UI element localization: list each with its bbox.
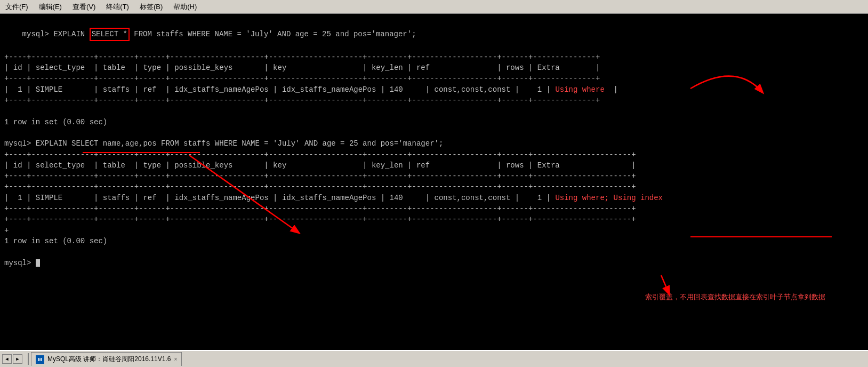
taskbar-divider — [28, 353, 29, 365]
select-star-highlight: SELECT * — [90, 28, 130, 41]
taskbar: ◄ ► M MySQL高级 讲师：肖硅谷周阳2016.11V1.6 × — [0, 350, 868, 367]
nav-forward[interactable]: ► — [13, 354, 22, 364]
sep5b: +----+--------------+--------+------+---… — [4, 181, 864, 192]
sep2: +----+--------------+--------+------+---… — [4, 73, 864, 84]
query1-line: mysql> EXPLAIN SELECT * FROM staffs WHER… — [4, 17, 864, 52]
sep6: +----+--------------+--------+------+---… — [4, 203, 864, 214]
menu-help[interactable]: 帮助(H) — [170, 1, 200, 13]
sep3: +----+--------------+--------+------+---… — [4, 95, 864, 106]
tab-close[interactable]: × — [174, 356, 177, 362]
menu-file[interactable]: 文件(F) — [2, 1, 31, 13]
menu-edit[interactable]: 编辑(E) — [36, 1, 65, 13]
prompt1: mysql> EXPLAIN — [22, 30, 90, 38]
taskbar-nav: ◄ ► — [2, 354, 22, 364]
menu-tag[interactable]: 标签(B) — [136, 1, 166, 13]
table-row2: | 1 | SIMPLE | staffs | ref | idx_staffs… — [4, 193, 864, 203]
sep7: +----+--------------+--------+------+---… — [4, 214, 864, 225]
menubar: 文件(F) 编辑(E) 查看(V) 终端(T) 标签(B) 帮助(H) — [0, 0, 868, 14]
rowcount2: 1 row in set (0.00 sec) — [4, 236, 864, 246]
nav-back[interactable]: ◄ — [2, 354, 12, 364]
sep5: +----+--------------+--------+------+---… — [4, 171, 864, 181]
annotation-text: 索引覆盖，不用回表查找数据直接在索引叶子节点拿到数据 — [645, 292, 825, 302]
terminal: mysql> EXPLAIN SELECT * FROM staffs WHER… — [0, 14, 868, 350]
query1-rest: FROM staffs WHERE NAME = 'July' AND age … — [130, 30, 416, 38]
using-where-1: Using where — [555, 85, 604, 94]
taskbar-tab[interactable]: M MySQL高级 讲师：肖硅谷周阳2016.11V1.6 × — [31, 352, 182, 366]
menu-terminal[interactable]: 终端(T) — [103, 1, 132, 13]
query2-line: mysql> EXPLAIN SELECT name,age,pos FROM … — [4, 138, 864, 149]
rowcount1-text: 1 row in set (0.00 sec) — [4, 117, 864, 127]
blank3 — [4, 246, 864, 257]
sep1: +----+--------------+--------+------+---… — [4, 52, 864, 62]
using-where-index: Using where; Using index — [555, 194, 663, 202]
final-prompt: mysql> — [4, 258, 864, 268]
rowcount1 — [4, 106, 864, 116]
blank1 — [4, 127, 864, 138]
table-row1: | 1 | SIMPLE | staffs | ref | idx_staffs… — [4, 84, 864, 95]
tab-icon: M — [36, 355, 44, 364]
table-header1: | id | select_type | table | type | poss… — [4, 62, 864, 73]
table-header2: | id | select_type | table | type | poss… — [4, 160, 864, 171]
blank2: + — [4, 225, 864, 236]
menu-view[interactable]: 查看(V) — [69, 1, 99, 13]
sep4: +----+--------------+--------+------+---… — [4, 149, 864, 160]
tab-label: MySQL高级 讲师：肖硅谷周阳2016.11V1.6 — [47, 355, 171, 364]
